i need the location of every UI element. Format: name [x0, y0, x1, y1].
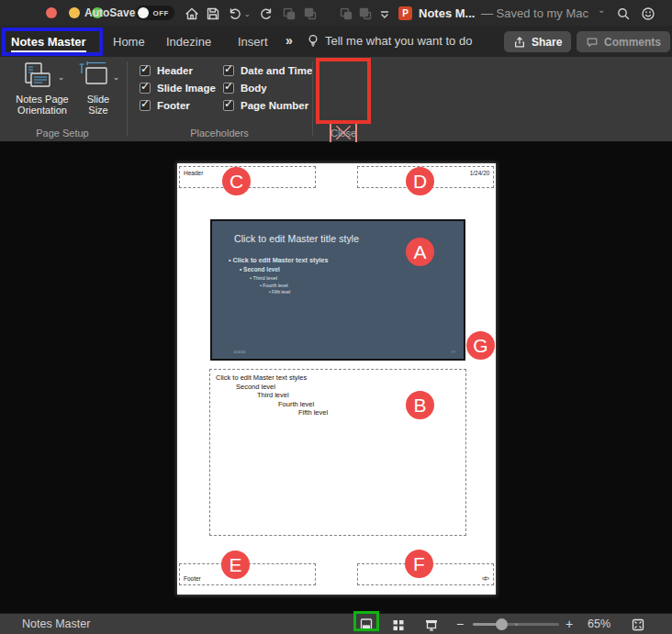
share-button[interactable]: Share	[504, 31, 571, 52]
notes-page-orientation-label: Notes Page Orientation	[7, 94, 77, 116]
slide-size-label: Slide Size	[77, 94, 119, 116]
undo-icon[interactable]	[227, 6, 242, 21]
date-placeholder-text: 1/24/20	[469, 170, 489, 177]
checkmark-icon	[224, 97, 233, 110]
slide-bullet-level-2: Second level	[240, 266, 329, 273]
slide-size-icon	[77, 61, 120, 94]
notes-master-page[interactable]: Header 1/24/20 Click to edit Master titl…	[177, 163, 496, 595]
saved-status-chevron-icon[interactable]	[598, 5, 605, 15]
page-number-placeholder-text: ‹#›	[482, 575, 489, 583]
header-placeholder-text: Header	[184, 170, 203, 177]
checkbox-box	[223, 65, 234, 76]
slide-bullet-level-1: Click to edit Master text styles	[229, 256, 329, 263]
checkmark-icon	[140, 97, 150, 110]
annotation-circle-b: B	[406, 391, 434, 419]
status-bar: Notes Master 65%	[0, 613, 672, 634]
checkbox-slide-image[interactable]: Slide Image	[140, 82, 216, 95]
toggle-knob	[138, 7, 149, 18]
powerpoint-app-icon: P	[398, 6, 412, 20]
redo-icon[interactable]	[258, 6, 274, 21]
comment-bubble-icon	[586, 36, 599, 49]
notes-page-orientation-button[interactable]: Notes Page Orientation	[7, 61, 77, 116]
tell-me-input[interactable]: Tell me what you want to do	[325, 34, 472, 48]
slide-date-text: 1/24/20	[233, 350, 245, 355]
tab-indezine[interactable]: Indezine	[166, 26, 211, 57]
slide-size-button[interactable]: Slide Size	[77, 61, 119, 116]
share-button-label: Share	[532, 36, 562, 49]
document-title: Notes M...	[419, 6, 475, 20]
annotation-circle-f: F	[405, 550, 433, 578]
annotation-circle-d: D	[406, 167, 434, 195]
checkbox-box	[140, 100, 151, 111]
active-tab-underline	[11, 50, 86, 52]
slide-bullet-level-5: Fifth level	[269, 290, 329, 295]
tab-insert[interactable]: Insert	[238, 26, 268, 57]
checkbox-page-number[interactable]: Page Number	[223, 99, 308, 112]
autosave-label: AutoSave	[84, 6, 135, 19]
body-text-level-2: Second level	[236, 382, 466, 391]
tab-label: Insert	[238, 35, 268, 49]
normal-view-icon[interactable]	[358, 617, 374, 632]
toolbar-options-chevron-icon[interactable]	[376, 6, 392, 21]
ribbon-tab-row: Notes Master Home Indezine Insert Tell m…	[0, 26, 672, 57]
more-tabs-chevron-icon[interactable]	[286, 33, 293, 48]
checkbox-body[interactable]: Body	[223, 82, 267, 95]
ribbon-content: Notes Page Orientation Slide Size Page S…	[0, 57, 672, 142]
zoom-out-button[interactable]	[456, 617, 464, 631]
annotation-circle-a: A	[406, 238, 434, 266]
slide-bullet-list: Click to edit Master text styles Second …	[229, 256, 329, 295]
format-painter-icon	[338, 6, 353, 21]
slideshow-view-icon[interactable]	[423, 617, 439, 632]
title-bar: AutoSave OFF P Notes M... — Saved to my …	[0, 0, 672, 26]
fit-slide-to-window-icon[interactable]	[630, 617, 645, 632]
group-label-close: Close	[316, 128, 371, 139]
autosave-toggle[interactable]: OFF	[136, 6, 174, 20]
lightbulb-icon	[306, 33, 320, 51]
dropdown-chevron-icon	[58, 72, 65, 83]
comments-button[interactable]: Comments	[577, 31, 670, 52]
minimize-window-button[interactable]	[69, 7, 80, 18]
autosave-state: OFF	[153, 9, 170, 17]
checkbox-label: Body	[241, 83, 267, 94]
body-text-level-1: Click to edit Master text styles	[216, 373, 466, 383]
duplicate-icon	[357, 6, 373, 21]
checkbox-label: Slide Image	[157, 83, 216, 94]
slide-bullet-level-4: Fourth level	[260, 283, 329, 288]
tab-home[interactable]: Home	[113, 26, 145, 57]
slide-sorter-view-icon[interactable]	[390, 617, 406, 632]
tab-label: Indezine	[166, 35, 211, 49]
checkmark-icon	[224, 80, 233, 93]
tab-label: Notes Master	[11, 35, 86, 49]
zoom-percentage[interactable]: 65%	[588, 617, 610, 630]
copy-icon	[302, 6, 318, 21]
checkbox-footer[interactable]: Footer	[140, 99, 190, 112]
close-window-button[interactable]	[46, 7, 57, 18]
checkbox-box	[223, 100, 234, 111]
tab-label: Home	[113, 35, 145, 49]
slide-number-text: ‹#›	[451, 350, 455, 355]
checkmark-icon	[224, 62, 233, 75]
annotation-circle-c: C	[222, 167, 251, 195]
checkbox-box	[223, 83, 234, 94]
tab-notes-master[interactable]: Notes Master	[11, 26, 86, 57]
status-view-label: Notes Master	[22, 617, 90, 630]
body-text-level-5: Fifth level	[298, 408, 466, 417]
home-icon[interactable]	[184, 6, 199, 21]
zoom-slider-detent	[515, 623, 518, 626]
zoom-slider-thumb[interactable]	[496, 618, 508, 630]
zoom-in-button[interactable]	[566, 617, 573, 631]
footer-placeholder-text: Footer	[184, 575, 201, 583]
checkmark-icon	[140, 80, 150, 93]
feedback-smiley-icon[interactable]	[640, 6, 655, 21]
group-label-placeholders: Placeholders	[129, 128, 310, 139]
search-icon[interactable]	[615, 6, 631, 21]
checkbox-date-and-time[interactable]: Date and Time	[223, 64, 312, 77]
checkbox-header[interactable]: Header	[140, 64, 193, 77]
comments-button-label: Comments	[604, 36, 661, 49]
save-icon[interactable]	[205, 6, 220, 21]
checkbox-box	[140, 83, 151, 94]
undo-menu-chevron-icon[interactable]	[244, 10, 251, 18]
group-divider	[127, 61, 128, 137]
slide-title-text: Click to edit Master title style	[234, 233, 359, 244]
slide-bullet-level-3: Third level	[250, 275, 329, 281]
